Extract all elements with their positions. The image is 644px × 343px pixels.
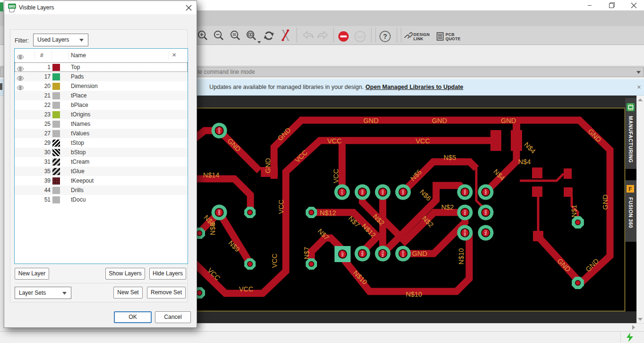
svg-text:VCC: VCC: [271, 254, 278, 268]
svg-text:GND: GND: [601, 194, 609, 210]
svg-text:VCC: VCC: [341, 189, 343, 195]
svg-text:N$6: N$6: [381, 189, 384, 195]
svg-text:N$7: N$7: [341, 251, 344, 257]
svg-text:GO: GO: [357, 35, 363, 39]
svg-text:N$10: N$10: [457, 248, 465, 265]
svg-text:N$7: N$7: [303, 247, 310, 260]
svg-text:N$10: N$10: [464, 229, 466, 236]
svg-text:BRD: BRD: [9, 5, 16, 8]
svg-text:N$8: N$8: [209, 223, 216, 236]
svg-text:N$5: N$5: [484, 210, 487, 215]
svg-text:GND: GND: [432, 117, 447, 124]
svg-text:N$14: N$14: [203, 171, 220, 179]
svg-text:N$5: N$5: [444, 154, 456, 161]
svg-text:N$9: N$9: [218, 210, 221, 215]
svg-text:FUSION 360: FUSION 360: [628, 197, 634, 228]
svg-text:N$10: N$10: [406, 290, 422, 298]
svg-text:N$1: N$1: [570, 205, 578, 218]
svg-text:GND: GND: [363, 117, 378, 124]
svg-text:VCC: VCC: [332, 169, 340, 184]
svg-text:N$6: N$6: [361, 251, 364, 256]
svg-text:N$4: N$4: [484, 189, 487, 195]
svg-text:N$5: N$5: [402, 189, 404, 195]
svg-text:N$4: N$4: [518, 158, 531, 166]
svg-text:GND: GND: [402, 250, 404, 257]
svg-text:VCC: VCC: [239, 285, 254, 293]
svg-text:VCC: VCC: [277, 200, 285, 214]
svg-text:GND: GND: [218, 127, 221, 134]
svg-text:QUOTE: QUOTE: [446, 36, 461, 41]
svg-text:N$2: N$2: [464, 210, 466, 215]
svg-text:?: ?: [383, 33, 387, 40]
svg-text:N$2: N$2: [441, 203, 454, 211]
svg-text:GND: GND: [412, 250, 427, 257]
svg-text:N$2: N$2: [484, 230, 487, 236]
svg-text:N$12: N$12: [320, 209, 336, 217]
svg-text:MANUFACTURING: MANUFACTURING: [628, 116, 634, 163]
svg-text:LINK: LINK: [413, 36, 424, 41]
svg-text:VCC: VCC: [327, 137, 342, 145]
svg-text:GND: GND: [264, 158, 272, 173]
svg-text:F: F: [628, 186, 632, 193]
svg-text:GND: GND: [501, 117, 516, 124]
svg-text:N$12: N$12: [381, 250, 384, 257]
svg-text:N$6: N$6: [464, 189, 466, 195]
svg-text:N$6: N$6: [361, 189, 364, 195]
svg-text:VCC: VCC: [416, 137, 430, 145]
